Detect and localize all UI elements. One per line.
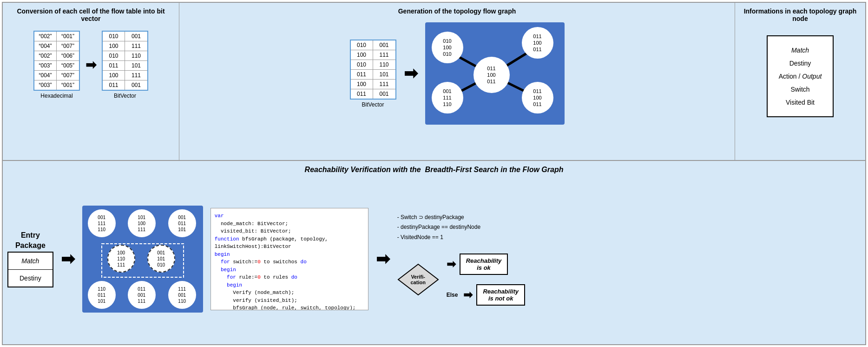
condition-3: - VisitedNode == 1 (397, 233, 861, 243)
bfs-node: 011001111 (128, 281, 156, 309)
bottom-section: Reachability Verification with the Bread… (3, 161, 865, 344)
bv-cell: 010 (351, 40, 373, 50)
entry-label-1: Entry (21, 231, 40, 240)
result-ok: Reachabilityis ok (460, 254, 508, 275)
bv-cell: 011 (103, 61, 125, 70)
hex-cell: “007” (57, 71, 79, 80)
conditions: - Switch ⊃ destinyPackage - destinyPacka… (397, 213, 861, 243)
bv-cell: 101 (373, 70, 395, 79)
panel2-title: Generation of the topology flow graph (398, 7, 516, 15)
bv-cell: 111 (125, 41, 147, 51)
hex-cell: “001” (57, 32, 79, 41)
hex-cell: “005” (57, 61, 79, 70)
table-row: 010 110 (351, 60, 395, 70)
bfs-node: 111001110 (168, 281, 196, 309)
hex-label: Hexadecimal (33, 93, 80, 99)
graph-node: 011 100 011 (522, 27, 553, 59)
table-row: “004” “007” (34, 41, 79, 51)
bv-cell: 111 (125, 71, 147, 80)
topology-graph: 010 100 010 011 100 011 011 100 011 (425, 22, 565, 125)
hex-cell: “004” (34, 41, 57, 51)
arrow-notok: ➡ (463, 288, 473, 301)
result-notok: Reachabilityis not ok (476, 284, 525, 306)
entry-destiny: Destiny (8, 270, 53, 287)
bfs-node-dashed: 001101010 (147, 245, 175, 273)
bv-cell: 011 (351, 70, 373, 79)
arrow-to-graph: ➡ (404, 64, 418, 83)
bv-cell: 001 (125, 80, 147, 90)
panel3-title: Informations in each topology graph node (740, 7, 861, 22)
bv-cell: 111 (373, 50, 395, 60)
hex-table: “002” “001” “004” “007” “002” “006” “0 (33, 31, 80, 91)
bfs-node: 110011101 (88, 281, 116, 309)
topo-bv-label: BitVector (350, 101, 396, 108)
bottom-content: Entry Package Match Destiny ➡ 001111110 (7, 179, 861, 340)
bv-cell: 110 (373, 60, 395, 69)
bv-cell: 001 (373, 89, 395, 99)
table-row: 100 111 (103, 71, 147, 80)
arrow-to-verify: ➡ (376, 249, 390, 269)
verify-flow: Verifi-cation ➡ Reachabilityis ok Else ➡… (397, 254, 861, 306)
table-row: “002” “001” (34, 32, 79, 41)
table-row: 010 001 (103, 32, 147, 41)
bv-cell: 100 (103, 41, 125, 51)
info-match: Match (779, 44, 822, 57)
panel-info: Informations in each topology graph node… (735, 3, 865, 160)
bv-cell: 100 (103, 71, 125, 80)
arrow-ok: ➡ (447, 258, 456, 271)
table-row: 010 001 (351, 40, 395, 50)
entry-match: Match (8, 253, 53, 270)
bfs-node: 001111110 (88, 209, 116, 237)
hex-cell: “002” (34, 51, 57, 60)
else-label: Else (447, 292, 458, 298)
hex-cell: “001” (57, 80, 79, 90)
entry-fields: Match Destiny (7, 252, 53, 287)
table-row: 011 101 (351, 70, 395, 80)
info-box: Match Destiny Action / Output Switch Vis… (767, 35, 834, 117)
bv-cell: 101 (125, 61, 147, 70)
hex-table-wrapper: “002” “001” “004” “007” “002” “006” “0 (33, 31, 80, 99)
panel-topology: Generation of the topology flow graph 01… (179, 3, 735, 160)
code-box: var node_match: BitVector; visited_bit: … (210, 208, 368, 310)
table-row: “003” “005” (34, 61, 79, 71)
topology-content: 010 001 100 111 010 110 011 (350, 22, 565, 125)
bv-cell: 011 (103, 80, 125, 90)
bv-cell: 110 (125, 51, 147, 60)
graph-node: 011 100 011 (522, 82, 553, 113)
table-row: 100 111 (103, 41, 147, 51)
bfs-node-dashed: 100110111 (107, 245, 135, 273)
hex-cell: “003” (34, 80, 57, 90)
bv-label: BitVector (102, 93, 148, 99)
hex-cell: “003” (34, 61, 57, 70)
bv-table: 010 001 100 111 010 110 011 (102, 31, 148, 91)
main-container: Conversion of each cell of the flow tabl… (2, 2, 866, 345)
table-row: 100 111 (351, 80, 395, 89)
bv-cell: 010 (103, 32, 125, 41)
topo-bv-table: 010 001 100 111 010 110 011 (350, 40, 396, 100)
condition-2: - destinyPackage == destinyNode (397, 222, 861, 233)
bottom-title: Reachability Verification with the Bread… (7, 166, 861, 174)
info-destiny: Destiny (779, 57, 822, 70)
table-row: “004” “007” (34, 71, 79, 80)
arrow-entry-to-graph: ➡ (61, 249, 75, 269)
bv-cell: 010 (103, 51, 125, 60)
bv-cell: 100 (351, 80, 373, 89)
table-row: 011 001 (351, 89, 395, 99)
hex-cell: “004” (34, 71, 57, 80)
bv-cell: 001 (373, 40, 395, 50)
graph-node: 010 100 010 (432, 32, 463, 63)
diamond-container: Verifi-cation (397, 263, 439, 296)
graph-node-center: 011 100 011 (473, 57, 510, 93)
graph-node: 001 111 110 (432, 82, 463, 113)
bv-cell: 011 (351, 89, 373, 99)
info-visited: Visited Bit (779, 96, 822, 109)
info-switch: Switch (779, 83, 822, 96)
condition-1: - Switch ⊃ destinyPackage (397, 213, 861, 223)
bfs-node: 001011101 (168, 209, 196, 237)
bv-table-wrapper: 010 001 100 111 010 110 011 (102, 31, 148, 99)
entry-label-2: Package (15, 241, 46, 250)
table-row: 100 111 (351, 50, 395, 60)
hex-cell: “006” (57, 51, 79, 60)
verification-area: - Switch ⊃ destinyPackage - destinyPacka… (397, 213, 861, 306)
verify-ok-row: ➡ Reachabilityis ok (447, 254, 525, 275)
